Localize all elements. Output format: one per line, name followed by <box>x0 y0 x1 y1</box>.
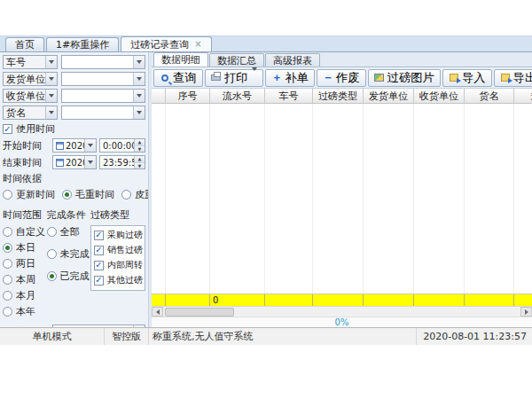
column-header[interactable]: 序号 <box>166 89 210 103</box>
dropdown-arrow-icon[interactable] <box>252 71 257 84</box>
dropdown-arrow-icon[interactable] <box>84 139 96 152</box>
time-range-option[interactable]: 本周 <box>3 273 47 286</box>
dropdown-arrow-icon[interactable] <box>133 90 145 102</box>
use-time-checkbox[interactable]: ✓ <box>3 124 12 134</box>
filter-field-combo[interactable]: 货名 <box>3 106 58 120</box>
tab-data-detail[interactable]: 数据明细 <box>153 52 208 66</box>
column-header[interactable]: 货名 <box>465 89 514 103</box>
filter-row: 车号 <box>3 55 145 69</box>
weigh-type-option[interactable]: ✓内部周转 <box>94 259 143 271</box>
horizontal-scrollbar[interactable] <box>152 306 532 317</box>
column-header[interactable]: 收货单位 <box>414 89 465 103</box>
filter-field-combo[interactable]: 车号 <box>3 55 58 69</box>
load-progress: 0% <box>152 317 532 327</box>
finish-state-option[interactable]: 已完成 <box>47 270 91 283</box>
export-icon <box>500 73 511 83</box>
grid-body[interactable] <box>152 104 532 293</box>
filter-value-combo[interactable] <box>61 72 145 86</box>
dropdown-arrow-icon[interactable] <box>133 106 145 119</box>
query-button[interactable]: 查询 <box>153 69 203 87</box>
dropdown-arrow-icon[interactable] <box>45 90 57 102</box>
finish-state-group: 完成条件 全部未完成已完成 <box>47 208 91 286</box>
radio-icon[interactable] <box>47 249 57 259</box>
radio-icon[interactable] <box>3 259 12 269</box>
dropdown-arrow-icon[interactable] <box>84 156 96 168</box>
time-range-option[interactable]: 本日 <box>3 241 47 254</box>
supplement-button[interactable]: +补单 <box>265 69 315 87</box>
time-range-option[interactable]: 本月 <box>3 289 47 302</box>
filter-value-combo[interactable] <box>61 106 145 120</box>
filter-field-combo[interactable]: 发货单位 <box>3 72 58 86</box>
close-icon[interactable]: × <box>194 40 201 49</box>
time-range-option[interactable]: 自定义 <box>3 225 47 239</box>
checkbox-icon[interactable]: ✓ <box>94 231 104 240</box>
grid-column-line <box>464 104 465 293</box>
time-range-option[interactable]: 两日 <box>3 257 47 270</box>
dropdown-arrow-icon[interactable] <box>133 325 145 327</box>
weigh-type-option[interactable]: ✓其他过磅 <box>94 274 143 286</box>
weigh-type-group: 过磅类型 ✓采购过磅✓销售过磅✓内部周转✓其他过磅 <box>90 208 145 291</box>
dropdown-arrow-icon[interactable] <box>133 56 145 68</box>
dropdown-arrow-icon[interactable] <box>45 56 57 68</box>
column-header[interactable]: 过磅类型 <box>313 89 364 103</box>
tab-weighing-operation[interactable]: 1#称重操作 <box>46 37 119 51</box>
radio-icon[interactable] <box>3 243 12 253</box>
end-time-spinner[interactable]: 23:59:59 ▲▼ <box>99 155 145 169</box>
dropdown-arrow-icon[interactable] <box>45 73 57 85</box>
finish-state-option[interactable]: 未完成 <box>47 247 91 261</box>
spinner-arrows-icon[interactable]: ▲▼ <box>134 156 145 168</box>
tab-weigh-record-query[interactable]: 过磅记录查询 × <box>121 36 211 51</box>
dropdown-arrow-icon[interactable] <box>45 106 57 119</box>
tab-home[interactable]: 首页 <box>5 37 44 51</box>
filter-value-combo[interactable] <box>61 55 145 69</box>
checkbox-icon[interactable]: ✓ <box>94 246 104 255</box>
weigh-type-option[interactable]: ✓销售过磅 <box>94 244 143 256</box>
radio-icon[interactable] <box>3 227 12 237</box>
time-range-option[interactable]: 本年 <box>3 305 47 318</box>
time-basis-option[interactable]: 皮重时间 <box>121 188 148 201</box>
main-content: 车号发货单位收货单位货名 ✓ 使用时间 开始时间 2020-08-01 0:00… <box>0 52 532 327</box>
weigh-type-option[interactable]: ✓采购过磅 <box>94 229 143 241</box>
dropdown-arrow-icon[interactable] <box>133 73 145 85</box>
toolbar-button-label: 过磅图片 <box>387 70 434 86</box>
radio-icon[interactable] <box>47 271 57 281</box>
tab-data-summary-label: 数据汇总 <box>217 54 256 67</box>
radio-icon[interactable] <box>121 190 131 200</box>
scrollbar-thumb[interactable] <box>165 308 234 317</box>
radio-icon[interactable] <box>3 190 12 200</box>
scroll-right-icon[interactable] <box>520 307 532 317</box>
start-time-spinner[interactable]: 0:00:00 ▲▼ <box>99 138 145 153</box>
column-header[interactable]: 规格 <box>514 89 532 103</box>
end-date-picker[interactable]: 2020-08-01 <box>52 155 97 169</box>
tab-advanced-report[interactable]: 高级报表 <box>265 53 320 66</box>
radio-icon[interactable] <box>62 190 72 200</box>
import-button[interactable]: 导入 <box>442 69 492 87</box>
spinner-arrows-icon[interactable]: ▲▼ <box>134 139 145 152</box>
filter-value-combo[interactable] <box>61 89 145 103</box>
scroll-left-icon[interactable] <box>152 307 163 317</box>
checkbox-icon[interactable]: ✓ <box>94 276 104 286</box>
minus-icon: − <box>323 73 333 83</box>
radio-icon[interactable] <box>3 307 12 317</box>
radio-icon[interactable] <box>3 291 12 301</box>
finish-state-option[interactable]: 全部 <box>47 225 91 239</box>
filter-field-combo[interactable]: 收货单位 <box>3 89 58 103</box>
time-basis-option[interactable]: 更新时间 <box>3 188 55 201</box>
print-button[interactable]: 打印 <box>205 69 264 87</box>
export-button[interactable]: 导出 <box>494 69 532 87</box>
column-header[interactable]: 发货单位 <box>364 89 414 103</box>
weigh-photo-button[interactable]: 过磅图片 <box>368 69 441 87</box>
time-range-label: 时间范围 <box>3 208 47 222</box>
radio-icon[interactable] <box>3 275 12 285</box>
calendar-icon <box>56 142 64 150</box>
tab-data-summary[interactable]: 数据汇总 <box>209 53 264 66</box>
column-header[interactable]: 车号 <box>265 89 313 103</box>
radio-icon[interactable] <box>47 227 57 237</box>
void-button[interactable]: −作废 <box>317 69 366 87</box>
checkbox-icon[interactable]: ✓ <box>94 261 104 270</box>
column-header[interactable]: 流水号 <box>210 89 265 103</box>
start-date-picker[interactable]: 2020-08-01 <box>52 138 97 153</box>
time-basis-option[interactable]: 毛重时间 <box>62 188 114 201</box>
weigher-combo[interactable] <box>52 325 145 327</box>
toolbar-button-label: 导出 <box>513 70 532 86</box>
